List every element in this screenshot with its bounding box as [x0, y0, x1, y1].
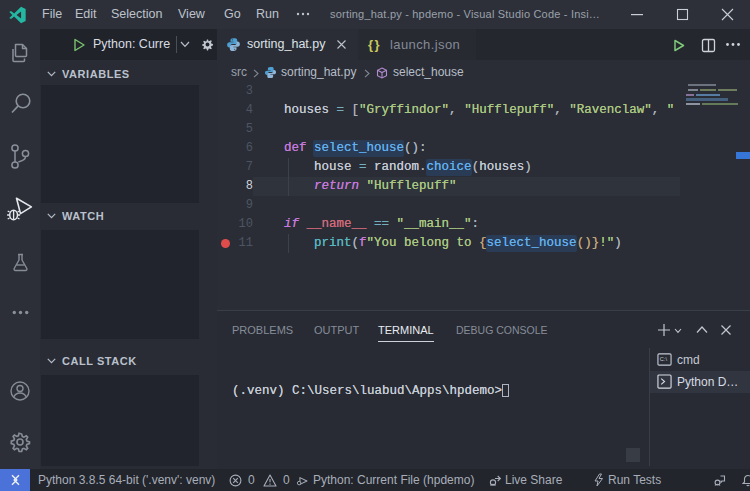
svg-text:C:\: C:\: [660, 356, 668, 362]
